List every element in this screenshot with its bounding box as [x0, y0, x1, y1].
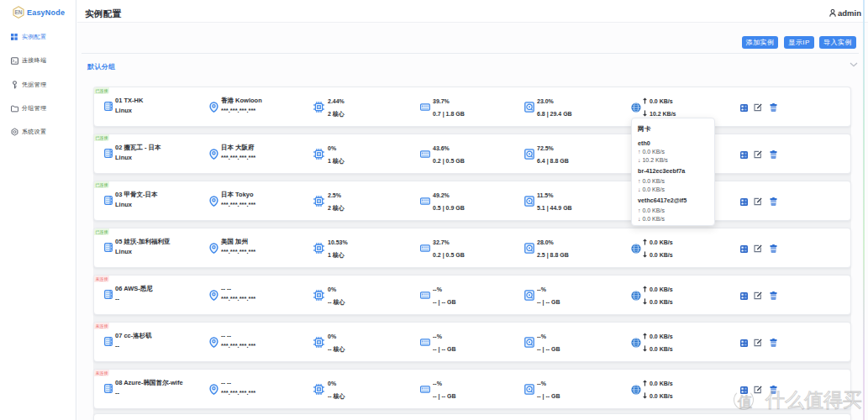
svg-text:EN: EN — [15, 9, 23, 15]
